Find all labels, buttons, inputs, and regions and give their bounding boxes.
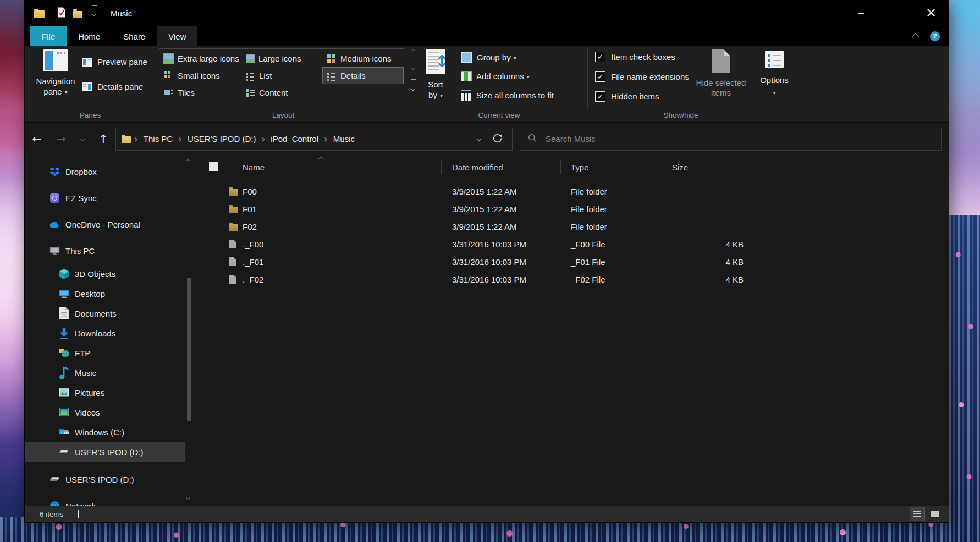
breadcrumb-user-s-ipod-d[interactable]: USER'S IPOD (D:) bbox=[184, 134, 260, 143]
layout-option-extra-large-icons[interactable]: Extra large icons bbox=[159, 50, 241, 67]
up-icon[interactable] bbox=[98, 134, 108, 145]
layout-option-medium-icons[interactable]: Medium icons bbox=[322, 50, 404, 67]
navigation-pane-button[interactable]: Navigation pane bbox=[31, 49, 80, 98]
checkbox-hidden-items[interactable]: Hidden items bbox=[595, 91, 689, 102]
small-icons-icon bbox=[164, 71, 173, 80]
tab-share[interactable]: Share bbox=[112, 26, 157, 46]
window-controls bbox=[843, 0, 949, 26]
ribbon-group-panes: Navigation pane Preview pane Details pan… bbox=[25, 46, 156, 122]
tab-home[interactable]: Home bbox=[67, 26, 112, 46]
file-row-f02[interactable]: ._F023/31/2016 10:03 PM_F02 File4 KB bbox=[195, 270, 949, 288]
column-divider[interactable] bbox=[748, 160, 748, 174]
group-by-button[interactable]: Group by bbox=[461, 52, 516, 63]
scroll-up-icon[interactable] bbox=[186, 159, 190, 163]
sidebar-item-user-s-ipod-d[interactable]: USER'S IPOD (D:) bbox=[25, 466, 185, 493]
column-header-size[interactable]: Size bbox=[663, 163, 748, 172]
column-divider[interactable] bbox=[663, 160, 663, 174]
search-box[interactable] bbox=[520, 128, 942, 151]
layout-option-content[interactable]: Content bbox=[241, 84, 322, 101]
layout-option-large-icons[interactable]: Large icons bbox=[241, 50, 322, 67]
column-divider[interactable] bbox=[441, 160, 442, 174]
checkbox-item-check-boxes[interactable]: Item check boxes bbox=[595, 52, 689, 62]
options-button[interactable]: Options bbox=[756, 51, 792, 98]
details-pane-button[interactable]: Details pane bbox=[82, 82, 143, 91]
sidebar-item-documents[interactable]: Documents bbox=[25, 303, 185, 323]
scroll-down-icon[interactable] bbox=[186, 495, 190, 500]
sidebar-item-pictures[interactable]: Pictures bbox=[25, 383, 185, 402]
maximize-button[interactable] bbox=[878, 0, 913, 26]
videos-icon bbox=[58, 407, 70, 418]
close-button[interactable] bbox=[913, 0, 949, 26]
layout-option-label: Large icons bbox=[258, 54, 301, 63]
breadcrumb-this-pc[interactable]: This PC bbox=[140, 134, 176, 143]
forward-icon[interactable] bbox=[56, 134, 66, 145]
minimize-button[interactable] bbox=[843, 0, 878, 26]
checkbox-file-name-extensions[interactable]: File name extensions bbox=[595, 71, 689, 82]
sidebar-item-ftp[interactable]: FTP bbox=[25, 343, 185, 363]
properties-icon[interactable] bbox=[57, 7, 65, 20]
column-header-type[interactable]: Type bbox=[560, 163, 663, 172]
file-row-f00[interactable]: ._F003/31/2016 10:03 PM_F00 File4 KB bbox=[195, 235, 949, 253]
breadcrumb-chevron-icon[interactable] bbox=[322, 134, 330, 145]
preview-pane-button[interactable]: Preview pane bbox=[82, 57, 147, 67]
breadcrumb-chevron-icon[interactable] bbox=[132, 134, 140, 145]
file-row-f02[interactable]: F023/9/2015 1:22 AMFile folder bbox=[195, 218, 949, 235]
file-row-f00[interactable]: F003/9/2015 1:22 AMFile folder bbox=[195, 182, 949, 200]
sidebar-item-ez-sync[interactable]: EZ Sync bbox=[25, 185, 185, 211]
sidebar-item-label: OneDrive - Personal bbox=[65, 220, 140, 229]
sidebar-item-dropbox[interactable]: Dropbox bbox=[25, 158, 185, 185]
recent-locations-caret-icon[interactable] bbox=[80, 136, 84, 141]
refresh-icon[interactable] bbox=[493, 134, 502, 145]
sidebar-item-music[interactable]: Music bbox=[25, 363, 185, 383]
sidebar-item-this-pc[interactable]: This PC bbox=[25, 237, 185, 264]
sidebar-item-onedrive-personal[interactable]: OneDrive - Personal bbox=[25, 211, 185, 237]
column-divider[interactable] bbox=[560, 160, 561, 174]
collapse-ribbon-icon[interactable] bbox=[912, 33, 919, 40]
sidebar-item-videos[interactable]: Videos bbox=[25, 402, 185, 422]
new-folder-icon[interactable] bbox=[73, 11, 82, 18]
sidebar-item-user-s-ipod-d[interactable]: USER'S IPOD (D:) bbox=[25, 442, 185, 462]
address-bar[interactable]: This PCUSER'S IPOD (D:)iPod_ControlMusic bbox=[115, 128, 513, 151]
address-bar-controls bbox=[477, 134, 506, 145]
column-header-date-modified[interactable]: Date modified bbox=[441, 163, 560, 172]
layout-option-list[interactable]: List bbox=[241, 67, 322, 84]
file-row-f01[interactable]: F013/9/2015 1:22 AMFile folder bbox=[195, 200, 949, 218]
sort-by-button[interactable]: Sort by bbox=[416, 49, 455, 101]
hide-selected-items-button[interactable]: Hide selected items bbox=[695, 49, 747, 98]
sidebar-item-label: Desktop bbox=[75, 289, 105, 298]
breadcrumb-ipod-control[interactable]: iPod_Control bbox=[267, 134, 322, 143]
sidebar-item-downloads[interactable]: Downloads bbox=[25, 323, 185, 343]
sidebar-item-3d-objects[interactable]: 3D Objects bbox=[25, 264, 185, 284]
details-view-toggle[interactable] bbox=[910, 507, 924, 521]
add-columns-button[interactable]: Add columns bbox=[461, 71, 530, 81]
layout-option-details[interactable]: Details bbox=[322, 67, 404, 84]
address-history-caret-icon[interactable] bbox=[477, 136, 481, 141]
sidebar-item-windows-c[interactable]: Windows (C:) bbox=[25, 422, 185, 442]
breadcrumb-music[interactable]: Music bbox=[330, 134, 358, 143]
checkbox-label: Item check boxes bbox=[611, 52, 675, 62]
help-icon[interactable] bbox=[930, 31, 940, 41]
layout-option-tiles[interactable]: Tiles bbox=[159, 84, 241, 101]
sidebar-item-network[interactable]: Network bbox=[25, 493, 185, 506]
details-view-icon bbox=[327, 71, 336, 80]
sidebar-item-desktop[interactable]: Desktop bbox=[25, 284, 185, 303]
size-all-columns-button[interactable]: Size all columns to fit bbox=[461, 90, 554, 101]
scrollbar-thumb[interactable] bbox=[187, 278, 191, 421]
explorer-window: Music FileHomeShareView Navigation pane bbox=[25, 0, 949, 522]
file-row-f01[interactable]: ._F013/31/2016 10:03 PM_F01 File4 KB bbox=[195, 253, 949, 270]
file-date-modified: 3/9/2015 1:22 AM bbox=[441, 204, 560, 214]
layout-option-small-icons[interactable]: Small icons bbox=[159, 67, 241, 84]
select-all-checkbox[interactable] bbox=[195, 162, 229, 173]
sidebar-scrollbar[interactable] bbox=[185, 155, 193, 506]
search-input[interactable] bbox=[544, 134, 933, 144]
tab-view[interactable]: View bbox=[157, 26, 197, 46]
navigation-pane-icon bbox=[43, 49, 68, 71]
breadcrumb-chevron-icon[interactable] bbox=[176, 134, 184, 145]
tab-file[interactable]: File bbox=[30, 26, 67, 46]
customize-quick-access-caret-icon[interactable] bbox=[92, 8, 96, 18]
column-header-name[interactable]: Name bbox=[243, 163, 441, 172]
breadcrumb-chevron-icon[interactable] bbox=[260, 134, 268, 145]
back-icon[interactable] bbox=[32, 134, 42, 145]
thumbnails-view-toggle[interactable] bbox=[928, 507, 942, 521]
folder-icon bbox=[229, 187, 243, 196]
